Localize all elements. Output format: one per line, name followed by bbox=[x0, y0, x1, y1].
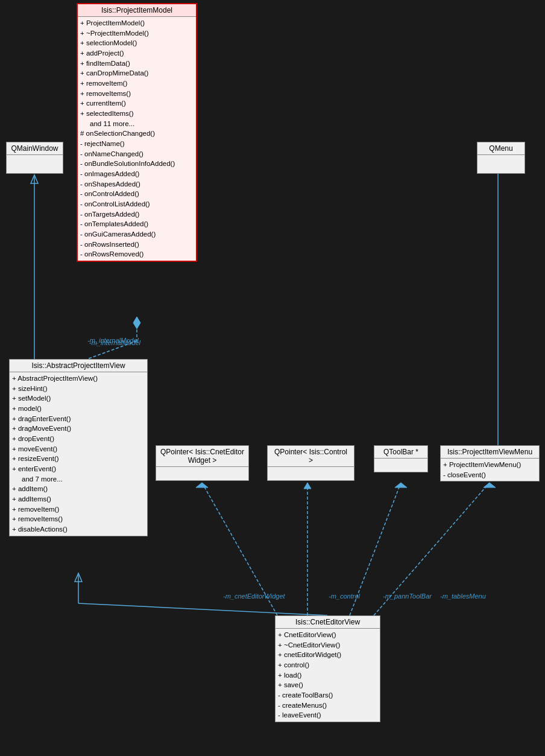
qtoolbar-box: QToolBar * bbox=[374, 445, 428, 472]
qmenu-box: QMenu bbox=[477, 142, 525, 174]
qpointer-cneteditor-title: QPointer< Isis::CnetEditor Widget > bbox=[156, 446, 248, 467]
qpointer-control-title: QPointer< Isis::Control > bbox=[268, 446, 354, 467]
qpointer-control-section bbox=[268, 467, 354, 480]
svg-line-9 bbox=[78, 603, 327, 615]
cnet-editor-view-box: Isis::CnetEditorView + CnetEditorView() … bbox=[275, 615, 380, 722]
qtoolbar-title: QToolBar * bbox=[374, 446, 427, 459]
qmainwindow-box: QMainWindow bbox=[6, 142, 63, 174]
abstract-project-item-view-public: + AbstractProjectItemView() + sizeHint()… bbox=[10, 372, 147, 536]
svg-marker-14 bbox=[304, 483, 311, 489]
cnet-editor-view-section: + CnetEditorView() + ~CnetEditorView() +… bbox=[276, 629, 380, 722]
qmenu-section bbox=[477, 155, 525, 173]
project-item-view-menu-section: + ProjectItemViewMenu() - closeEvent() bbox=[441, 459, 539, 481]
svg-marker-18 bbox=[484, 483, 496, 488]
cnet-editor-view-title: Isis::CnetEditorView bbox=[276, 616, 380, 629]
label-pann-toolbar: -m_pannToolBar bbox=[383, 592, 432, 600]
label-internal-model-text: -m_internalModel bbox=[89, 339, 140, 346]
project-item-view-menu-title: Isis::ProjectItemViewMenu bbox=[441, 446, 539, 459]
project-item-model-box: Isis::ProjectItemModel + ProjectItemMode… bbox=[77, 3, 197, 262]
label-tables-menu: -m_tablesMenu bbox=[440, 592, 486, 600]
qmenu-title: QMenu bbox=[477, 142, 525, 155]
project-item-view-menu-box: Isis::ProjectItemViewMenu + ProjectItemV… bbox=[440, 445, 540, 481]
svg-marker-12 bbox=[196, 483, 208, 488]
svg-marker-2 bbox=[31, 175, 38, 183]
svg-marker-10 bbox=[75, 573, 82, 582]
qmainwindow-title: QMainWindow bbox=[7, 142, 63, 155]
label-control: -m_control bbox=[329, 592, 360, 600]
label-cnet-editor-widget: -m_cnetEditorWidget bbox=[223, 592, 285, 600]
project-item-model-public: + ProjectItemModel() + ~ProjectItemModel… bbox=[78, 17, 196, 261]
qpointer-control-box: QPointer< Isis::Control > bbox=[267, 445, 354, 481]
project-item-model-title: Isis::ProjectItemModel bbox=[78, 4, 196, 17]
svg-marker-16 bbox=[395, 483, 407, 488]
abstract-project-item-view-title: Isis::AbstractProjectItemView bbox=[10, 360, 147, 372]
svg-marker-5 bbox=[133, 317, 140, 329]
qpointer-cneteditor-box: QPointer< Isis::CnetEditor Widget > bbox=[156, 445, 249, 481]
qtoolbar-section bbox=[374, 459, 427, 472]
qmainwindow-section bbox=[7, 155, 63, 173]
qpointer-cneteditor-section bbox=[156, 467, 248, 480]
abstract-project-item-view-box: Isis::AbstractProjectItemView + Abstract… bbox=[9, 359, 148, 536]
